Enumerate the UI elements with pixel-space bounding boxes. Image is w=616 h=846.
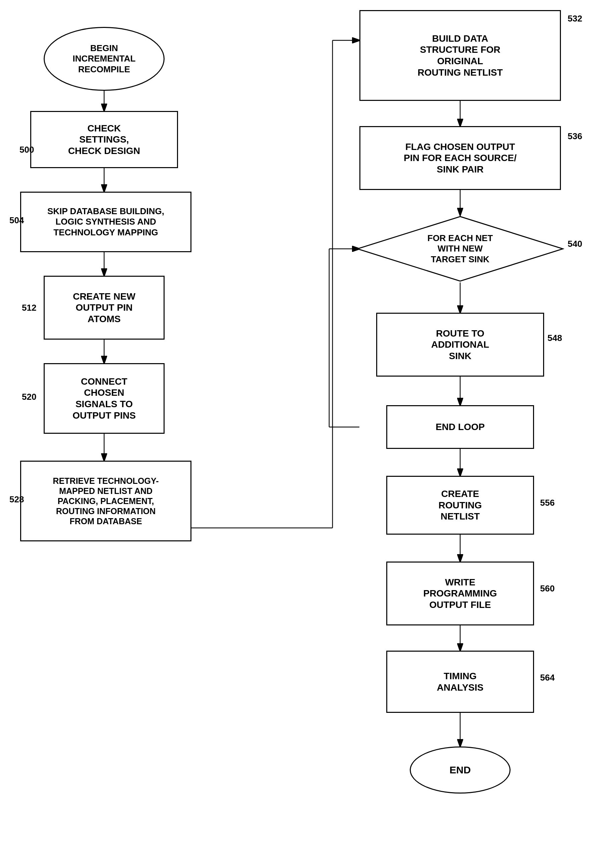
node-548: ROUTE TO ADDITIONAL SINK	[376, 313, 544, 377]
ref-548: 548	[547, 333, 562, 343]
ref-536: 536	[568, 131, 582, 141]
node-548-label: ROUTE TO ADDITIONAL SINK	[431, 328, 489, 362]
node-512-label: CREATE NEW OUTPUT PIN ATOMS	[73, 291, 135, 325]
end-loop-node: END LOOP	[386, 405, 534, 449]
node-532-label: BUILD DATA STRUCTURE FOR ORIGINAL ROUTIN…	[418, 33, 503, 78]
node-536: FLAG CHOSEN OUTPUT PIN FOR EACH SOURCE/ …	[359, 126, 561, 190]
ref-512: 512	[22, 303, 36, 313]
ref-500: 500	[19, 144, 34, 155]
flowchart-diagram: BEGIN INCREMENTAL RECOMPILE CHECK SETTIN…	[0, 0, 616, 846]
end-loop-label: END LOOP	[436, 421, 485, 433]
ref-528: 528	[9, 494, 24, 505]
node-556-label: CREATE ROUTING NETLIST	[438, 488, 482, 522]
end-label: END	[449, 764, 471, 776]
node-520-label: CONNECT CHOSEN SIGNALS TO OUTPUT PINS	[73, 376, 136, 421]
node-556: CREATE ROUTING NETLIST	[386, 476, 534, 535]
node-504: SKIP DATABASE BUILDING, LOGIC SYNTHESIS …	[20, 192, 191, 252]
node-540: FOR EACH NET WITH NEW TARGET SINK	[356, 215, 564, 282]
node-528-label: RETRIEVE TECHNOLOGY- MAPPED NETLIST AND …	[53, 476, 158, 526]
node-540-label: FOR EACH NET WITH NEW TARGET SINK	[428, 233, 493, 265]
node-504-label: SKIP DATABASE BUILDING, LOGIC SYNTHESIS …	[47, 206, 164, 238]
node-528: RETRIEVE TECHNOLOGY- MAPPED NETLIST AND …	[20, 461, 191, 541]
ref-532: 532	[568, 13, 582, 24]
end-node: END	[410, 746, 510, 793]
ref-560: 560	[540, 583, 554, 594]
node-564: TIMING ANALYSIS	[386, 650, 534, 713]
begin-label: BEGIN INCREMENTAL RECOMPILE	[73, 43, 135, 75]
node-512: CREATE NEW OUTPUT PIN ATOMS	[44, 276, 164, 340]
begin-node: BEGIN INCREMENTAL RECOMPILE	[44, 27, 164, 91]
ref-556: 556	[540, 498, 554, 508]
node-536-label: FLAG CHOSEN OUTPUT PIN FOR EACH SOURCE/ …	[404, 141, 516, 175]
ref-564: 564	[540, 672, 554, 683]
node-560: WRITE PROGRAMMING OUTPUT FILE	[386, 562, 534, 625]
node-500: CHECK SETTINGS, CHECK DESIGN	[30, 111, 178, 168]
ref-520: 520	[22, 392, 36, 402]
node-564-label: TIMING ANALYSIS	[437, 671, 483, 693]
node-520: CONNECT CHOSEN SIGNALS TO OUTPUT PINS	[44, 363, 164, 434]
ref-540: 540	[568, 239, 582, 249]
node-560-label: WRITE PROGRAMMING OUTPUT FILE	[423, 577, 497, 611]
ref-504: 504	[9, 215, 24, 226]
node-532: BUILD DATA STRUCTURE FOR ORIGINAL ROUTIN…	[359, 10, 561, 101]
node-500-label: CHECK SETTINGS, CHECK DESIGN	[68, 123, 141, 157]
